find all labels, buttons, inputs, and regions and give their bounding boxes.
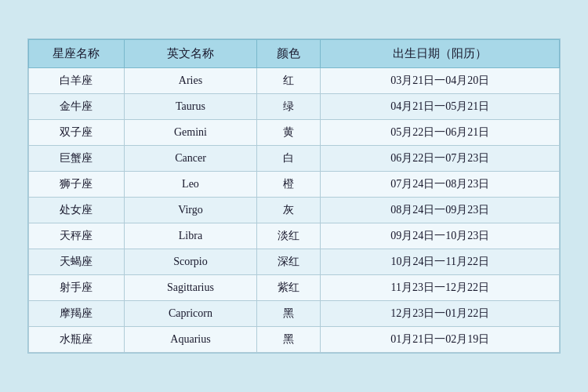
cell-en-name: Libra bbox=[124, 223, 256, 249]
table-header-row: 星座名称 英文名称 颜色 出生日期（阳历） bbox=[29, 40, 560, 68]
header-cn-name: 星座名称 bbox=[29, 40, 125, 68]
cell-color: 紫红 bbox=[257, 275, 321, 301]
table-row: 处女座Virgo灰08月24日一09月23日 bbox=[29, 198, 560, 223]
table-row: 水瓶座Aquarius黑01月21日一02月19日 bbox=[29, 327, 560, 353]
cell-en-name: Taurus bbox=[124, 94, 256, 120]
cell-date: 04月21日一05月21日 bbox=[321, 94, 560, 120]
cell-en-name: Virgo bbox=[124, 198, 256, 223]
zodiac-table: 星座名称 英文名称 颜色 出生日期（阳历） 白羊座Aries红03月21日一04… bbox=[27, 38, 561, 354]
cell-cn-name: 射手座 bbox=[29, 275, 125, 301]
cell-color: 淡红 bbox=[257, 223, 321, 249]
cell-cn-name: 摩羯座 bbox=[29, 301, 125, 327]
cell-cn-name: 处女座 bbox=[29, 198, 125, 223]
table-row: 摩羯座Capricorn黑12月23日一01月22日 bbox=[29, 301, 560, 327]
table-row: 天蝎座Scorpio深红10月24日一11月22日 bbox=[29, 249, 560, 275]
cell-color: 黑 bbox=[257, 301, 321, 327]
cell-date: 06月22日一07月23日 bbox=[321, 146, 560, 172]
cell-color: 黄 bbox=[257, 120, 321, 146]
cell-en-name: Capricorn bbox=[124, 301, 256, 327]
table-row: 金牛座Taurus绿04月21日一05月21日 bbox=[29, 94, 560, 120]
cell-cn-name: 巨蟹座 bbox=[29, 146, 125, 172]
table-row: 巨蟹座Cancer白06月22日一07月23日 bbox=[29, 146, 560, 172]
table-row: 双子座Gemini黄05月22日一06月21日 bbox=[29, 120, 560, 146]
table-row: 白羊座Aries红03月21日一04月20日 bbox=[29, 68, 560, 94]
cell-color: 橙 bbox=[257, 172, 321, 198]
cell-en-name: Aries bbox=[124, 68, 256, 94]
table-row: 射手座Sagittarius紫红11月23日一12月22日 bbox=[29, 275, 560, 301]
cell-cn-name: 双子座 bbox=[29, 120, 125, 146]
cell-color: 绿 bbox=[257, 94, 321, 120]
cell-color: 深红 bbox=[257, 249, 321, 275]
cell-color: 红 bbox=[257, 68, 321, 94]
cell-en-name: Cancer bbox=[124, 146, 256, 172]
cell-date: 10月24日一11月22日 bbox=[321, 249, 560, 275]
cell-date: 05月22日一06月21日 bbox=[321, 120, 560, 146]
cell-cn-name: 狮子座 bbox=[29, 172, 125, 198]
cell-en-name: Leo bbox=[124, 172, 256, 198]
cell-cn-name: 天蝎座 bbox=[29, 249, 125, 275]
cell-date: 09月24日一10月23日 bbox=[321, 223, 560, 249]
cell-cn-name: 金牛座 bbox=[29, 94, 125, 120]
cell-en-name: Sagittarius bbox=[124, 275, 256, 301]
cell-en-name: Scorpio bbox=[124, 249, 256, 275]
cell-color: 白 bbox=[257, 146, 321, 172]
cell-cn-name: 天秤座 bbox=[29, 223, 125, 249]
cell-cn-name: 水瓶座 bbox=[29, 327, 125, 353]
cell-en-name: Gemini bbox=[124, 120, 256, 146]
table-row: 狮子座Leo橙07月24日一08月23日 bbox=[29, 172, 560, 198]
cell-en-name: Aquarius bbox=[124, 327, 256, 353]
header-date: 出生日期（阳历） bbox=[321, 40, 560, 68]
cell-cn-name: 白羊座 bbox=[29, 68, 125, 94]
cell-date: 12月23日一01月22日 bbox=[321, 301, 560, 327]
header-en-name: 英文名称 bbox=[124, 40, 256, 68]
cell-date: 11月23日一12月22日 bbox=[321, 275, 560, 301]
cell-color: 灰 bbox=[257, 198, 321, 223]
cell-date: 01月21日一02月19日 bbox=[321, 327, 560, 353]
cell-date: 03月21日一04月20日 bbox=[321, 68, 560, 94]
cell-color: 黑 bbox=[257, 327, 321, 353]
table-row: 天秤座Libra淡红09月24日一10月23日 bbox=[29, 223, 560, 249]
cell-date: 08月24日一09月23日 bbox=[321, 198, 560, 223]
header-color: 颜色 bbox=[257, 40, 321, 68]
cell-date: 07月24日一08月23日 bbox=[321, 172, 560, 198]
